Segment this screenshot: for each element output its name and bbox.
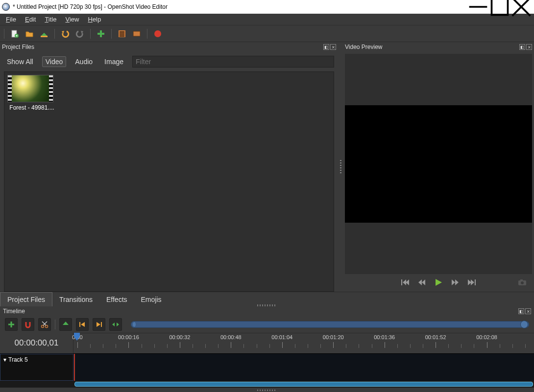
ruler-ticks[interactable]: 0:0000:00:1600:00:3200:00:4800:01:0400:0… [73, 333, 534, 353]
splitter-vertical[interactable] [338, 42, 343, 292]
undock-preview-button[interactable]: ◧ [519, 44, 525, 50]
bottom-tabs: Project Files Transitions Effects Emojis [0, 292, 534, 306]
next-marker-button[interactable] [93, 318, 105, 331]
close-panel-button[interactable]: ⨯ [330, 44, 336, 50]
undo-button[interactable] [60, 28, 71, 39]
playback-controls [343, 274, 534, 292]
export-button[interactable] [152, 28, 163, 39]
file-label: Forest - 49981.... [7, 104, 56, 111]
svg-point-20 [521, 281, 524, 284]
open-project-button[interactable] [24, 28, 35, 39]
close-button[interactable] [510, 1, 532, 12]
toolbar-grip [4, 29, 4, 39]
svg-rect-18 [475, 279, 476, 285]
razor-button[interactable] [38, 318, 51, 331]
app-logo-icon [2, 3, 10, 11]
svg-rect-13 [120, 33, 124, 35]
snapshot-button[interactable] [517, 277, 527, 289]
filter-video[interactable]: Video [42, 56, 67, 67]
tab-project-files[interactable]: Project Files [0, 292, 52, 306]
timeline-tracks: ▾ Track 5 [0, 353, 534, 381]
track-header[interactable]: ▾ Track 5 [0, 354, 73, 381]
center-playhead-button[interactable] [109, 318, 122, 331]
playhead-line [74, 354, 75, 381]
svg-rect-8 [41, 36, 48, 37]
add-marker-button[interactable] [59, 318, 72, 331]
play-button[interactable] [434, 277, 443, 289]
svg-point-16 [154, 30, 161, 37]
svg-rect-15 [133, 31, 140, 36]
zoom-slider[interactable] [131, 321, 529, 328]
title-bar: * Untitled Project [HD 720p 30 fps] - Op… [0, 0, 534, 14]
undock-timeline-button[interactable]: ◧ [518, 308, 524, 314]
close-preview-button[interactable]: ⨯ [526, 44, 532, 50]
svg-rect-12 [120, 31, 124, 33]
menu-help[interactable]: Help [84, 15, 105, 24]
fast-forward-button[interactable] [450, 277, 460, 289]
svg-rect-21 [520, 279, 523, 281]
filter-show-all[interactable]: Show All [4, 57, 36, 67]
video-preview [345, 54, 532, 274]
window-title: * Untitled Project [HD 720p 30 fps] - Op… [13, 3, 467, 10]
minimize-button[interactable] [467, 1, 489, 12]
timecode-display: 00:00:00,01 [0, 333, 73, 353]
timeline-toolbar [0, 316, 534, 333]
splitter-horizontal[interactable] [257, 304, 277, 306]
rewind-button[interactable] [417, 277, 427, 289]
close-timeline-button[interactable]: ⨯ [525, 308, 531, 314]
resize-grip[interactable] [0, 388, 534, 392]
svg-rect-28 [79, 322, 80, 327]
jump-end-button[interactable] [467, 277, 477, 289]
project-files-area[interactable]: Forest - 49981.... [4, 71, 334, 292]
add-track-button[interactable] [5, 318, 18, 331]
timeline-h-scrollbar[interactable] [0, 381, 534, 388]
menu-view[interactable]: View [61, 15, 83, 24]
redo-button[interactable] [74, 28, 85, 39]
video-canvas [345, 105, 532, 223]
track-body[interactable] [73, 354, 534, 381]
tab-effects[interactable]: Effects [99, 293, 134, 306]
save-project-button[interactable] [39, 28, 49, 39]
filter-input[interactable] [132, 56, 334, 68]
timeline-header: Timeline ◧ ⨯ [0, 306, 534, 316]
tab-transitions[interactable]: Transitions [52, 293, 99, 306]
snapping-button[interactable] [22, 318, 34, 331]
filter-audio[interactable]: Audio [72, 57, 96, 67]
fullscreen-button[interactable] [131, 28, 142, 39]
previous-marker-button[interactable] [76, 318, 89, 331]
video-preview-header: Video Preview ◧ ⨯ [343, 42, 534, 52]
file-thumbnail-icon [7, 75, 53, 102]
playhead-icon[interactable] [74, 333, 80, 341]
tab-emojis[interactable]: Emojis [134, 293, 169, 306]
svg-rect-17 [401, 279, 402, 285]
svg-rect-1 [492, 0, 508, 15]
menu-bar: File Edit Title View Help [0, 14, 534, 25]
menu-edit[interactable]: Edit [21, 15, 40, 24]
menu-title[interactable]: Title [41, 15, 60, 24]
svg-rect-29 [101, 322, 102, 327]
project-files-header: Project Files ◧ ⨯ [0, 42, 338, 52]
jump-start-button[interactable] [400, 277, 410, 289]
menu-file[interactable]: File [2, 15, 20, 24]
main-toolbar [0, 25, 534, 42]
track-label: Track 5 [8, 356, 28, 363]
import-files-button[interactable] [96, 28, 106, 39]
filter-image[interactable]: Image [101, 57, 126, 67]
caret-down-icon: ▾ [3, 356, 6, 363]
undock-panel-button[interactable]: ◧ [323, 44, 329, 50]
new-project-button[interactable] [9, 28, 20, 39]
maximize-button[interactable] [489, 1, 510, 12]
project-file-item[interactable]: Forest - 49981.... [7, 75, 56, 111]
timeline-ruler[interactable]: 00:00:00,01 0:0000:00:1600:00:3200:00:48… [0, 333, 534, 353]
svg-rect-14 [120, 35, 124, 37]
profile-button[interactable] [117, 28, 127, 39]
